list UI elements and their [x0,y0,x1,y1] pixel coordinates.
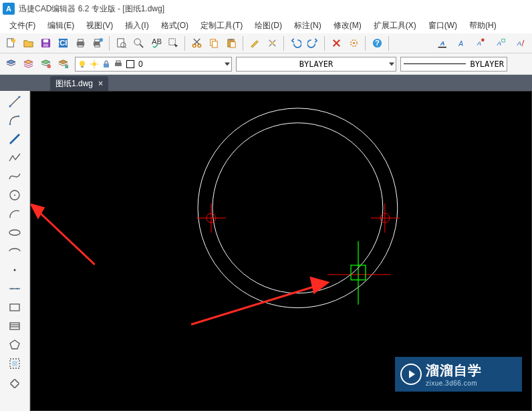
menu-window[interactable]: 窗口(W) [423,19,462,33]
watermark-title: 溜溜自学 [426,362,482,380]
svg-line-86 [35,208,95,265]
save-icon[interactable] [37,35,53,51]
svg-point-63 [9,230,20,235]
workspace: 溜溜自学 zixue.3d66.com [0,91,532,411]
svg-point-47 [92,62,96,66]
pdf-icon[interactable]: RCIS [55,35,71,51]
tab-active[interactable]: 图纸1.dwg × [50,76,108,91]
window-title: 迅捷CAD编辑器 6.2 专业版 - [图纸1.dwg] [19,3,164,15]
area-select-icon[interactable] [165,35,181,51]
menu-insert[interactable]: 插入(I) [120,19,154,33]
arc3p-tool-icon[interactable] [5,111,25,130]
tab-label: 图纸1.dwg [55,78,93,90]
copy-icon[interactable] [206,35,222,51]
svg-text:?: ? [375,39,380,47]
layer-tool2-icon[interactable] [20,56,36,72]
chevron-down-icon [389,62,394,65]
layer-tool1-icon[interactable] [3,56,19,72]
color-combo[interactable]: BYLAYER [236,57,396,72]
svg-point-75 [213,123,383,293]
svg-point-21 [192,44,196,47]
menu-ext[interactable]: 扩展工具(X) [368,19,422,33]
svg-rect-3 [43,39,48,43]
svg-point-45 [80,61,85,66]
redo-icon[interactable] [305,35,321,51]
layer-tool3-icon[interactable] [37,56,53,72]
svg-line-55 [10,97,19,106]
svg-rect-28 [229,39,233,41]
svg-point-30 [271,42,273,45]
revcloud-tool-icon[interactable] [5,373,25,392]
svg-rect-26 [212,41,217,47]
app-logo: A [3,3,15,15]
sun-icon [90,60,98,68]
svg-point-64 [14,269,16,271]
point-tool-icon[interactable] [5,261,25,279]
svg-rect-69 [10,323,19,329]
text-a1-icon[interactable]: A [433,35,452,51]
polygon-tool-icon[interactable] [5,335,25,354]
svg-point-13 [99,38,103,42]
title-bar: A 迅捷CAD编辑器 6.2 专业版 - [图纸1.dwg] [0,0,532,17]
menu-view[interactable]: 视图(V) [81,19,118,33]
rect-tool-icon[interactable] [5,298,25,317]
circle-tool-icon[interactable] [5,186,25,204]
delete-icon[interactable] [328,35,344,51]
brush-icon[interactable] [264,35,280,51]
style-icon[interactable] [247,35,263,51]
text-a2-icon[interactable]: A [453,35,469,51]
svg-point-22 [197,44,201,47]
svg-point-57 [19,96,21,98]
menu-file[interactable]: 文件(F) [4,19,41,33]
svg-point-17 [134,39,140,45]
svg-text:A: A [476,40,481,47]
svg-line-18 [140,44,143,47]
svg-rect-44 [65,65,68,68]
ellipse-tool-icon[interactable] [5,223,25,242]
menu-dim[interactable]: 标注(N) [289,19,327,33]
text-a5-icon[interactable]: A [511,35,529,51]
menu-tools[interactable]: 定制工具(T) [195,19,248,33]
polyline-tool-icon[interactable] [5,148,25,167]
svg-rect-36 [438,47,446,48]
tab-close-icon[interactable]: × [98,79,103,88]
text-a4-icon[interactable]: A [491,35,509,51]
menu-help[interactable]: 帮助(H) [464,19,502,33]
target-icon[interactable] [346,35,362,51]
svg-line-60 [10,134,19,144]
menu-draw[interactable]: 绘图(D) [249,19,287,33]
layer-color-swatch [126,60,134,68]
menu-edit[interactable]: 编辑(E) [42,19,80,33]
menu-modify[interactable]: 修改(M) [328,19,367,33]
ray-tool-icon[interactable] [5,130,25,148]
svg-rect-46 [81,66,84,67]
open-icon[interactable] [20,35,36,51]
undo-icon[interactable] [287,35,303,51]
layer-tool4-icon[interactable] [55,56,71,72]
drawing-canvas[interactable]: 溜溜自学 zixue.3d66.com [30,91,532,411]
paste-icon[interactable] [223,35,239,51]
svg-point-66 [11,288,13,289]
cut-icon[interactable] [188,35,205,51]
svg-text:RCIS: RCIS [57,39,69,47]
help-icon[interactable]: ? [369,35,385,51]
spell-icon[interactable]: ABC [148,35,164,51]
menu-format[interactable]: 格式(O) [156,19,194,33]
spline-tool-icon[interactable] [5,167,25,186]
print-icon[interactable] [72,35,88,51]
infline-tool-icon[interactable] [5,279,25,298]
color-value: BYLAYER [239,59,393,69]
search-icon[interactable] [130,35,146,51]
layer-combo[interactable]: 0 [75,57,232,72]
print-all-icon[interactable] [90,35,106,51]
text-a3-icon[interactable]: A [471,35,489,51]
linetype-preview [404,63,466,64]
boundary-tool-icon[interactable] [5,354,25,373]
line-tool-icon[interactable] [5,92,25,111]
hatch-tool-icon[interactable] [5,317,25,335]
linetype-combo[interactable]: BYLAYER [400,57,507,72]
ellipsearc-tool-icon[interactable] [5,242,25,261]
new-icon[interactable] [3,35,19,51]
arc-tool-icon[interactable] [5,204,25,223]
preview-icon[interactable] [113,35,129,51]
